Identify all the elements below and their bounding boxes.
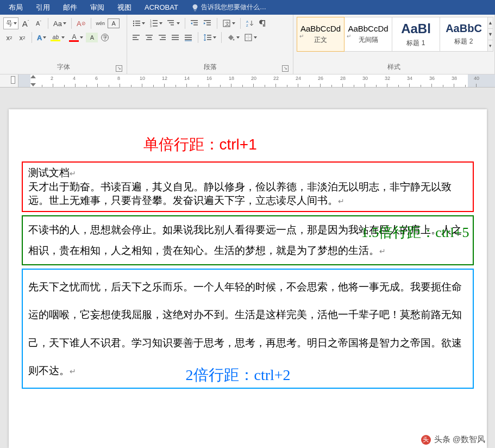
svg-rect-38 bbox=[185, 37, 192, 38]
phonetic-guide-button[interactable]: wén bbox=[95, 17, 107, 29]
decrease-indent-button[interactable] bbox=[189, 17, 200, 29]
tell-me-search[interactable]: 告诉我您想要做什么… bbox=[185, 0, 273, 15]
gallery-up-button[interactable]: ▲ bbox=[488, 17, 493, 29]
multilevel-list-button[interactable] bbox=[165, 17, 181, 29]
tab-references[interactable]: 引用 bbox=[29, 0, 57, 15]
font-group-label: 字体 ↘ bbox=[3, 61, 123, 73]
outdent-icon bbox=[190, 19, 199, 28]
dialog-launcher-button[interactable]: ↘ bbox=[282, 65, 289, 72]
svg-rect-14 bbox=[171, 24, 174, 26]
grow-font-button[interactable]: Aˆ bbox=[20, 17, 32, 29]
style-name: 无间隔 bbox=[359, 35, 378, 45]
lightbulb-icon bbox=[191, 4, 199, 11]
tab-selector[interactable] bbox=[11, 76, 15, 84]
indent-icon bbox=[203, 19, 212, 28]
styles-group-label: 样式 bbox=[297, 61, 491, 73]
style-normal[interactable]: ↵ AaBbCcDd 正文 bbox=[297, 17, 344, 52]
numbering-button[interactable]: 123 bbox=[148, 17, 164, 29]
char-border-button[interactable]: A bbox=[108, 18, 120, 28]
svg-point-4 bbox=[133, 25, 134, 26]
align-distributed-button[interactable] bbox=[183, 32, 195, 43]
gallery-more-button[interactable]: ▾ bbox=[488, 40, 493, 51]
dropdown-arrow-icon bbox=[80, 36, 83, 39]
align-justify-button[interactable] bbox=[170, 32, 181, 43]
page[interactable]: 单倍行距：ctrl+1 测试文档↵ 天才出于勤奋。书读百遍，其义自见。静以修身，… bbox=[9, 109, 487, 448]
asian-layout-button[interactable]: 文 bbox=[221, 17, 237, 29]
doc-text: 天才出于勤奋。书读百遍，其义自见。静以修身，俭以养德，非淡泊无以明志，非宁静无以… bbox=[28, 181, 452, 207]
svg-point-0 bbox=[133, 21, 134, 22]
text-effects-button[interactable]: A bbox=[35, 32, 48, 43]
style-name: 标题 2 bbox=[454, 37, 473, 46]
tab-review[interactable]: 审阅 bbox=[84, 0, 111, 15]
style-name: 正文 bbox=[314, 35, 327, 45]
show-marks-button[interactable] bbox=[257, 17, 269, 29]
enclose-char-button[interactable]: 字 bbox=[99, 32, 111, 43]
svg-text:A: A bbox=[246, 20, 248, 23]
style-name: 标题 1 bbox=[406, 39, 425, 48]
svg-rect-7 bbox=[153, 20, 158, 21]
align-center-button[interactable] bbox=[143, 32, 155, 43]
shading-button[interactable] bbox=[225, 32, 241, 43]
superscript-button[interactable]: x2 bbox=[3, 32, 15, 43]
paragraph-1-5-spacing[interactable]: 1.5倍行距：ctrl+5 不读书的人，思想就会停止。如果说我比别人看得要远一点… bbox=[22, 215, 474, 265]
svg-rect-29 bbox=[147, 37, 152, 38]
align-right-button[interactable] bbox=[156, 32, 168, 43]
subscript-button[interactable]: x2 bbox=[16, 32, 28, 43]
return-mark-icon: ↵ bbox=[70, 170, 76, 178]
style-nospacing[interactable]: ↵ AaBbCcDd 无间隔 bbox=[344, 17, 392, 52]
paragraph-single-spacing[interactable]: 测试文档↵ 天才出于勤奋。书读百遍，其义自见。静以修身，俭以养德，非淡泊无以明志… bbox=[22, 161, 474, 212]
pilcrow-icon bbox=[259, 19, 267, 28]
ribbon: 号 Aˆ Aˇ Aa A⊘ wén A x2 x2 A bbox=[0, 15, 495, 74]
svg-rect-25 bbox=[133, 35, 140, 36]
sort-icon: AZ bbox=[246, 19, 254, 28]
dropdown-arrow-icon bbox=[159, 22, 162, 24]
svg-rect-19 bbox=[206, 22, 211, 23]
style-heading1[interactable]: AaBl 标题 1 bbox=[392, 17, 440, 52]
tab-mailings[interactable]: 邮件 bbox=[57, 0, 84, 15]
asian-layout-icon: 文 bbox=[222, 19, 231, 28]
svg-rect-27 bbox=[133, 39, 139, 40]
line-spacing-button[interactable] bbox=[202, 32, 218, 43]
font-size-combo[interactable]: 号 bbox=[3, 17, 18, 29]
align-left-button[interactable] bbox=[130, 32, 142, 43]
paragraph-double-spacing[interactable]: 先天下之忧而忧，后天下之乐而乐。一个人年轻的时候，不会思索，他将一事无成。我要扼… bbox=[22, 269, 474, 389]
sort-button[interactable]: AZ bbox=[244, 17, 256, 29]
svg-text:3: 3 bbox=[150, 24, 152, 28]
document-area: 单倍行距：ctrl+1 测试文档↵ 天才出于勤奋。书读百遍，其义自见。静以修身，… bbox=[0, 88, 495, 448]
dropdown-arrow-icon bbox=[213, 36, 216, 39]
font-group: 号 Aˆ Aˇ Aa A⊘ wén A x2 x2 A bbox=[0, 15, 127, 74]
hanging-indent-marker[interactable] bbox=[30, 83, 36, 86]
svg-rect-30 bbox=[146, 39, 152, 40]
shrink-font-button[interactable]: Aˇ bbox=[33, 17, 45, 29]
gallery-down-button[interactable]: ▼ bbox=[488, 29, 493, 40]
svg-text:文: 文 bbox=[225, 21, 230, 27]
return-mark-icon: ↵ bbox=[338, 197, 344, 206]
increase-indent-button[interactable] bbox=[202, 17, 214, 29]
tab-layout[interactable]: 布局 bbox=[2, 0, 29, 15]
svg-point-2 bbox=[133, 23, 134, 24]
tab-view[interactable]: 视图 bbox=[111, 0, 138, 15]
tab-acrobat[interactable]: ACROBAT bbox=[138, 0, 185, 15]
doc-text: 测试文档 bbox=[28, 167, 70, 178]
svg-rect-35 bbox=[172, 37, 179, 38]
clear-formatting-button[interactable]: A⊘ bbox=[75, 17, 87, 29]
highlight-button[interactable]: ab bbox=[49, 32, 66, 43]
align-justify-icon bbox=[171, 33, 180, 42]
horizontal-ruler[interactable]: 246810121416182022242628303234363840 bbox=[18, 74, 495, 87]
align-distributed-icon bbox=[184, 33, 193, 42]
dialog-launcher-button[interactable]: ↘ bbox=[116, 65, 122, 72]
char-shading-button[interactable]: A bbox=[86, 33, 98, 42]
dropdown-arrow-icon bbox=[61, 36, 65, 39]
font-color-button[interactable]: A bbox=[67, 32, 85, 43]
borders-button[interactable] bbox=[242, 32, 259, 43]
style-sample: AaBbCcDd bbox=[348, 24, 388, 33]
callout-single-spacing: 单倍行距：ctrl+1 bbox=[143, 134, 257, 155]
paint-bucket-icon bbox=[227, 33, 235, 42]
return-mark-icon: ↵ bbox=[379, 247, 386, 256]
style-heading2[interactable]: AaBbC 标题 2 bbox=[440, 17, 488, 52]
svg-rect-20 bbox=[206, 24, 211, 26]
change-case-button[interactable]: Aa bbox=[52, 17, 68, 29]
callout-1-5-spacing: 1.5倍行距：ctrl+5 bbox=[361, 223, 469, 242]
first-line-indent-marker[interactable] bbox=[30, 75, 36, 78]
bullets-button[interactable] bbox=[130, 17, 147, 29]
